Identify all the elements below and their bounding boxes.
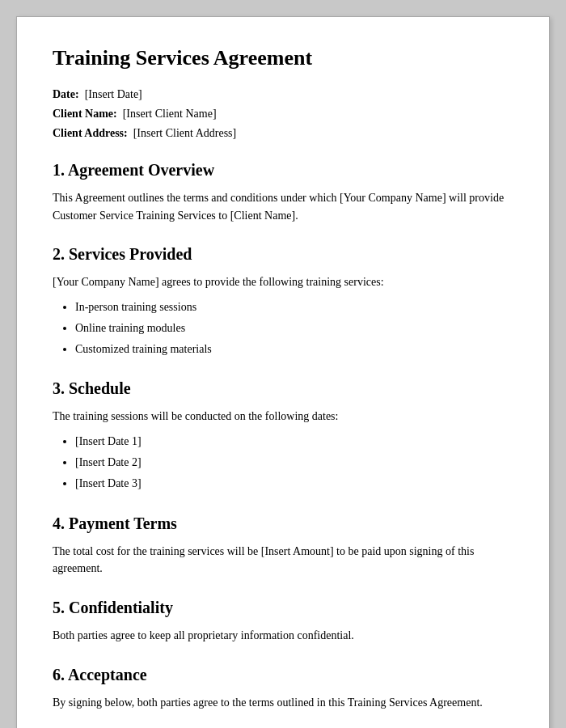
- list-item: [Insert Date 1]: [75, 432, 513, 451]
- document-title: Training Services Agreement: [53, 46, 513, 70]
- list-item: Customized training materials: [75, 340, 513, 359]
- section-5: 5. ConfidentialityBoth parties agree to …: [53, 599, 513, 645]
- client-name-label: Client Name:: [53, 108, 117, 120]
- section-1-body: This Agreement outlines the terms and co…: [53, 189, 513, 224]
- list-item: In-person training sessions: [75, 298, 513, 317]
- section-1: 1. Agreement OverviewThis Agreement outl…: [53, 161, 513, 224]
- date-value: [Insert Date]: [85, 88, 142, 100]
- date-label: Date:: [53, 88, 79, 100]
- section-1-heading: 1. Agreement Overview: [53, 161, 513, 180]
- section-6-body: By signing below, both parties agree to …: [53, 694, 513, 712]
- section-2-heading: 2. Services Provided: [53, 245, 513, 264]
- list-item: [Insert Date 3]: [75, 474, 513, 493]
- section-4-heading: 4. Payment Terms: [53, 514, 513, 533]
- section-2-list: In-person training sessionsOnline traini…: [75, 298, 513, 358]
- list-item: Online training modules: [75, 319, 513, 338]
- section-3-body: The training sessions will be conducted …: [53, 408, 513, 425]
- client-address-label: Client Address:: [53, 127, 128, 139]
- section-6-heading: 6. Acceptance: [53, 666, 513, 684]
- client-address-field: Client Address: [Insert Client Address]: [53, 127, 513, 140]
- client-name-value: [Insert Client Name]: [123, 108, 217, 120]
- client-address-value: [Insert Client Address]: [133, 127, 237, 139]
- sections-container: 1. Agreement OverviewThis Agreement outl…: [53, 161, 513, 711]
- section-2: 2. Services Provided[Your Company Name] …: [53, 245, 513, 358]
- client-name-field: Client Name: [Insert Client Name]: [53, 108, 513, 121]
- section-5-body: Both parties agree to keep all proprieta…: [53, 627, 513, 645]
- section-4-body: The total cost for the training services…: [53, 543, 513, 578]
- section-3: 3. ScheduleThe training sessions will be…: [53, 379, 513, 493]
- section-6: 6. AcceptanceBy signing below, both part…: [53, 666, 513, 712]
- date-field: Date: [Insert Date]: [53, 88, 513, 101]
- section-4: 4. Payment TermsThe total cost for the t…: [53, 514, 513, 578]
- section-3-heading: 3. Schedule: [53, 379, 513, 398]
- document-container: Training Services Agreement Date: [Inser…: [16, 16, 550, 728]
- section-5-heading: 5. Confidentiality: [53, 599, 513, 617]
- section-3-list: [Insert Date 1][Insert Date 2][Insert Da…: [75, 432, 513, 493]
- list-item: [Insert Date 2]: [75, 453, 513, 472]
- section-2-body: [Your Company Name] agrees to provide th…: [53, 273, 513, 291]
